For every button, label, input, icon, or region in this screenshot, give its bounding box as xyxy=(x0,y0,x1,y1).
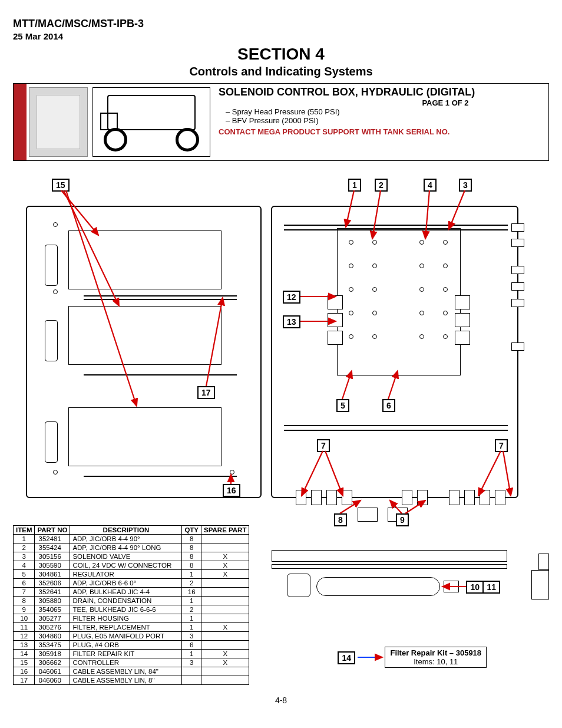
page-footer: 4-8 xyxy=(13,696,549,705)
svg-line-2 xyxy=(66,190,137,406)
table-row: 11305276FILTER, REPLACEMENT1X xyxy=(14,623,249,632)
svg-line-6 xyxy=(449,190,465,229)
table-row: 10305277FILTER HOUSING1 xyxy=(14,614,249,623)
svg-line-19 xyxy=(405,500,425,513)
table-row: 7352641ADP, BULKHEAD JIC 4-416 xyxy=(14,588,249,597)
leader-arrows xyxy=(13,170,549,518)
table-row: 3305156SOLENOID VALVE8X xyxy=(14,552,249,561)
parts-table: ITEM PART NO DESCRIPTION QTY SPARE PART … xyxy=(13,525,249,685)
table-row: 1352481ADP, JIC/ORB 4-4 90°8 xyxy=(14,535,249,543)
truck-illustration xyxy=(92,87,210,157)
svg-line-3 xyxy=(346,190,354,227)
table-row: 12304860PLUG, E05 MANIFOLD PORT3 xyxy=(14,632,249,641)
svg-line-11 xyxy=(388,371,398,399)
svg-line-14 xyxy=(478,451,501,496)
table-row: 2355424ADP, JIC/ORB 4-4 90° LONG8 xyxy=(14,543,249,552)
doc-date: 25 Mar 2014 xyxy=(13,31,549,41)
svg-line-12 xyxy=(302,451,323,496)
exploded-diagram: 15 1 2 4 3 12 13 17 5 6 7 7 16 8 9 xyxy=(13,170,549,518)
table-row: 17046060CABLE ASSEMBLY LIN, 8" xyxy=(14,676,249,685)
filter-diagram: 10 11 14 Filter Repair Kit – 305918 Item… xyxy=(267,518,549,677)
table-row: 5304861REGULATOR1X xyxy=(14,570,249,579)
table-row: 4305590COIL, 24 VDC W/ CONNECTOR8X xyxy=(14,561,249,570)
filter-repair-kit-box: Filter Repair Kit – 305918 Items: 10, 11 xyxy=(385,647,487,668)
doc-id: MTT/MAC/MSC/MST-IPB-3 xyxy=(13,18,549,30)
svg-line-17 xyxy=(340,500,361,513)
svg-line-10 xyxy=(342,371,352,399)
component-title: SOLENOID CONTROL BOX, HYDRAULIC (DIGITAL… xyxy=(219,86,543,98)
table-row: 15306662CONTROLLER3X xyxy=(14,658,249,667)
table-row: 9354065TEE, BULKHEAD JIC 6-6-62 xyxy=(14,605,249,614)
table-row: 16046061CABLE ASSEMBLY LIN, 84" xyxy=(14,667,249,676)
svg-line-13 xyxy=(325,451,343,496)
spec-list: Spray Head Pressure (550 PSI) BFV Pressu… xyxy=(219,107,543,125)
svg-line-9 xyxy=(206,298,223,386)
section-subtitle: Controls and Indicating Systems xyxy=(13,65,549,78)
svg-line-4 xyxy=(372,190,381,239)
svg-line-18 xyxy=(390,500,402,513)
svg-line-5 xyxy=(425,190,429,239)
contact-note: CONTACT MEGA PRODUCT SUPPORT WITH TANK S… xyxy=(219,127,543,136)
product-photo xyxy=(29,87,88,157)
table-row: 13353475PLUG, #4 ORB6 xyxy=(14,641,249,650)
section-title: SECTION 4 xyxy=(13,45,549,64)
red-sidebar xyxy=(14,84,27,160)
table-row: 14305918FILTER REPAIR KIT1X xyxy=(14,650,249,658)
table-row: 8305880DRAIN, CONDENSATION1 xyxy=(14,597,249,605)
callout-14: 14 xyxy=(338,651,355,664)
page-indicator: PAGE 1 OF 2 xyxy=(348,98,543,107)
top-info-box: SOLENOID CONTROL BOX, HYDRAULIC (DIGITAL… xyxy=(13,83,549,161)
table-row: 6352606ADP, JIC/ORB 6-6 0°2 xyxy=(14,579,249,588)
svg-line-15 xyxy=(503,451,511,496)
